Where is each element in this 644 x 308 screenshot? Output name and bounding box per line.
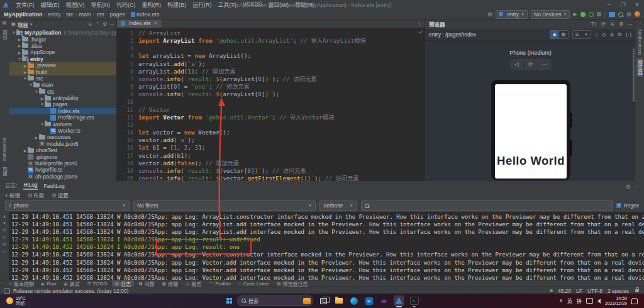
preview-mode-toggle[interactable]: ◉▦	[550, 30, 569, 39]
log-toolbar-button-设置[interactable]: ⚙设置	[52, 191, 69, 199]
chevron-collapsed-icon[interactable]: ▶	[23, 148, 28, 153]
search-icon[interactable]	[618, 12, 623, 17]
tree-item-appscope[interactable]: ▶AppScope	[9, 49, 116, 55]
close-tab-icon[interactable]: ✕	[154, 21, 158, 26]
hide-log-panel-icon[interactable]: ─	[635, 184, 639, 190]
back-button[interactable]: ◁	[510, 59, 524, 70]
chevron-expanded-icon[interactable]: ▼	[17, 57, 22, 61]
tree-item-pages[interactable]: ▼pages	[9, 101, 116, 107]
run-button[interactable]: ▶	[573, 11, 577, 17]
chevron-expanded-icon[interactable]: ▼	[34, 90, 39, 94]
sidebar-item-build[interactable]: 构建	[1, 164, 8, 179]
menu-item[interactable]: 代码(C)	[113, 1, 139, 9]
sidebar-item-bookmarks[interactable]: Bookmarks	[2, 135, 8, 164]
tree-item-entry[interactable]: ▼entry	[9, 56, 116, 62]
tab-hilog[interactable]: HiLog	[23, 182, 37, 190]
speaker-icon[interactable]	[597, 299, 601, 304]
taskbar-app-explorer[interactable]	[333, 295, 344, 306]
log-row[interactable]: 12-29 14:49:10.451 14568-13824 W A0c0d0/…	[11, 228, 644, 236]
zoom-in-icon[interactable]: ⊕	[609, 32, 614, 38]
tree-item--gitignore[interactable]: .gitignore	[9, 153, 116, 160]
tree-item-main[interactable]: ▼main	[9, 82, 116, 88]
status-message[interactable]: Release remote emulator success. (today …	[13, 288, 128, 294]
chevron-collapsed-icon[interactable]: ▶	[40, 96, 45, 101]
chevron-collapsed-icon[interactable]: ▶	[23, 70, 28, 74]
indent-size[interactable]: 2 spaces	[608, 288, 629, 294]
editor-tab-index-ets[interactable]: Index.ets ✕	[117, 19, 161, 28]
taskbar-app-taskview[interactable]	[318, 295, 329, 306]
regex-checkbox[interactable]: ✓ Regex	[616, 202, 639, 209]
log-level-dropdown[interactable]: Verbose ▼	[319, 201, 357, 211]
rotate-device-button[interactable]: ⟳	[524, 59, 538, 70]
sidebar-item-project[interactable]: 项目	[1, 28, 8, 42]
log-filter-dropdown[interactable]: No filters ▼	[133, 201, 316, 211]
maximize-button[interactable]: ❐	[616, 2, 630, 8]
tree-item-profilepage-ets[interactable]: ProfilePage.ets	[9, 114, 116, 121]
log-row[interactable]: 12-29 14:49:10.451 14568-13824 W A0c0d0/…	[11, 213, 644, 221]
hide-previewer-icon[interactable]: ─	[628, 21, 632, 27]
tree-item-module-json5[interactable]: {}module.json5	[9, 141, 116, 147]
notification-bell-icon[interactable]	[631, 298, 638, 304]
menu-item[interactable]: 运行(R)	[189, 1, 215, 9]
tree-item-src[interactable]: ▼src	[9, 75, 116, 82]
line-ending[interactable]: LF	[576, 288, 582, 294]
scroll-to-end-icon[interactable]: ≡	[3, 235, 6, 239]
log-search-input[interactable]	[361, 201, 613, 211]
locate-file-icon[interactable]: ⊙	[88, 21, 92, 27]
taskbar-app-vs[interactable]: ∞	[379, 295, 389, 306]
breadcrumb-item[interactable]: MyApplication	[4, 11, 43, 18]
project-panel-title[interactable]: 项目	[18, 21, 28, 28]
tree-item-ohostest[interactable]: ▶ohosTest	[9, 147, 116, 153]
tree-item-worker-ts[interactable]: TSWorker.ts	[9, 128, 116, 134]
editor-options-icon[interactable]: ⋮	[417, 20, 425, 26]
tree-item-workers[interactable]: ▼workers	[9, 121, 116, 127]
layout-grid-toggle[interactable]: ⊞▾	[572, 30, 591, 39]
stop-button[interactable]	[597, 12, 601, 16]
menu-item[interactable]: 构建(B)	[164, 1, 189, 9]
taskbar-search[interactable]: 搜索	[237, 295, 313, 306]
log-row[interactable]: 12-29 14:49:10.452 14568-13824 W A0c0d0/…	[11, 251, 644, 258]
tree-item-build[interactable]: ▶build	[9, 69, 116, 75]
chevron-expanded-icon[interactable]: ▼	[40, 123, 45, 126]
tree-item-oh-package-json5[interactable]: {}oh-package.json5	[9, 173, 116, 180]
clock[interactable]: 14:50 2023/12/29	[605, 296, 627, 306]
chevron-collapsed-icon[interactable]: ▶	[17, 50, 22, 55]
log-rows[interactable]: 12-29 14:49:10.451 14568-13824 W A0c0d0/…	[11, 213, 644, 280]
chevron-collapsed-icon[interactable]: ▶	[34, 135, 39, 140]
chevron-down-icon[interactable]: ▾	[582, 31, 591, 38]
chevron-expanded-icon[interactable]: ▼	[28, 83, 33, 87]
debug-button[interactable]	[580, 12, 586, 17]
tree-item-ets[interactable]: ▼ets	[9, 89, 116, 95]
chevron-collapsed-icon[interactable]: ▶	[23, 63, 28, 68]
font-size-icon[interactable]: Tт	[591, 21, 597, 27]
restart-icon[interactable]: ⟳	[3, 242, 6, 247]
previewer-settings-icon[interactable]: ⚙	[619, 21, 624, 27]
scroll-down-icon[interactable]: ▼	[3, 221, 6, 225]
menu-item[interactable]: 编辑(E)	[38, 1, 63, 9]
taskbar-app-terminal[interactable]: >_	[409, 295, 419, 306]
phone-screen[interactable]: Hello World	[495, 84, 567, 179]
single-preview-icon[interactable]: ◉	[550, 31, 559, 38]
caret-position[interactable]: 48:20	[558, 288, 571, 294]
soft-wrap-icon[interactable]: ≋	[3, 228, 6, 233]
taskbar-app-deveco[interactable]	[394, 295, 404, 306]
breadcrumb-item[interactable]: ets	[97, 11, 104, 18]
sidebar-item-notifications[interactable]: Notifications	[637, 27, 643, 58]
tree-item-hvigorfile-ts[interactable]: TShvigorfile.ts	[9, 167, 116, 173]
start-button[interactable]	[226, 298, 232, 304]
hidden-icons-chevron[interactable]: ∧	[559, 298, 563, 304]
breadcrumb-item[interactable]: main	[79, 11, 92, 18]
clear-log-icon[interactable]: ▭	[3, 250, 6, 255]
tab-faultlog[interactable]: FaultLog	[44, 183, 65, 190]
menu-item[interactable]: 重构(R)	[139, 1, 165, 9]
zoom-ratio-label[interactable]: 1:1	[625, 32, 632, 38]
taskbar-app-edge[interactable]	[348, 295, 359, 306]
event-log-icon[interactable]	[4, 289, 10, 294]
tree-item-myapplication[interactable]: ▼MyApplicationE:\HarmonyOS\MyApplication	[9, 30, 116, 36]
chevron-expanded-icon[interactable]: ▼	[40, 102, 45, 106]
inspector-icon[interactable]: ≋	[610, 21, 614, 27]
avatar[interactable]	[635, 11, 640, 17]
menu-item[interactable]: 视图(V)	[63, 1, 88, 9]
device-manager-icon[interactable]	[609, 12, 615, 17]
weather-widget[interactable]: 19°C 晴朗	[6, 296, 26, 306]
